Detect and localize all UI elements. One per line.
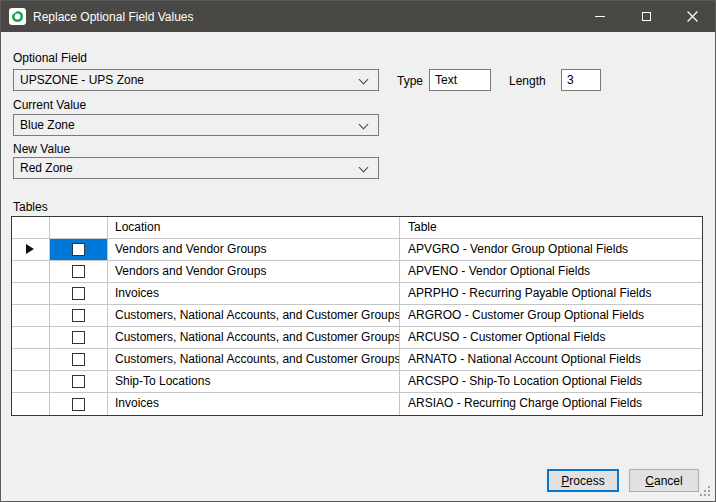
header-table-cell: Table <box>400 217 702 238</box>
row-checkbox-cell[interactable] <box>50 327 108 348</box>
row-selector-cell[interactable] <box>12 349 50 370</box>
minimize-button[interactable] <box>577 1 623 32</box>
type-field[interactable]: Text <box>429 69 491 91</box>
row-checkbox-cell[interactable] <box>50 393 108 415</box>
row-selector-cell[interactable] <box>12 261 50 282</box>
row-location-cell[interactable]: Customers, National Accounts, and Custom… <box>108 305 400 326</box>
table-row[interactable]: Ship-To Locations ARCSPO - Ship-To Locat… <box>12 371 702 393</box>
row-table-cell[interactable]: ARNATO - National Account Optional Field… <box>400 349 702 370</box>
table-row[interactable]: Customers, National Accounts, and Custom… <box>12 349 702 371</box>
type-label: Type <box>397 74 423 88</box>
table-body: Vendors and Vendor Groups APVGRO - Vendo… <box>12 239 702 415</box>
row-checkbox[interactable] <box>72 287 85 300</box>
table-row[interactable]: Customers, National Accounts, and Custom… <box>12 305 702 327</box>
row-checkbox-cell[interactable] <box>50 261 108 282</box>
length-field[interactable]: 3 <box>561 69 601 91</box>
process-button[interactable]: Process <box>547 469 619 492</box>
row-selector-cell[interactable] <box>12 283 50 304</box>
table-row[interactable]: Vendors and Vendor Groups APVGRO - Vendo… <box>12 239 702 261</box>
chevron-down-icon <box>359 75 369 85</box>
chevron-down-icon <box>359 163 369 173</box>
row-table-cell[interactable]: APVENO - Vendor Optional Fields <box>400 261 702 282</box>
optional-field-value: UPSZONE - UPS Zone <box>20 73 144 87</box>
row-selector-cell[interactable] <box>12 239 50 260</box>
row-location-cell[interactable]: Vendors and Vendor Groups <box>108 261 400 282</box>
current-value-value: Blue Zone <box>20 118 75 132</box>
table-row[interactable]: Customers, National Accounts, and Custom… <box>12 327 702 349</box>
minimize-icon <box>595 16 605 17</box>
table-row[interactable]: Invoices ARSIAO - Recurring Charge Optio… <box>12 393 702 415</box>
row-checkbox-cell[interactable] <box>50 283 108 304</box>
row-checkbox-cell[interactable] <box>50 305 108 326</box>
maximize-icon <box>642 12 651 21</box>
row-table-cell[interactable]: ARSIAO - Recurring Charge Optional Field… <box>400 393 702 415</box>
row-checkbox-cell[interactable] <box>50 349 108 370</box>
row-location-cell[interactable]: Invoices <box>108 393 400 415</box>
window-title: Replace Optional Field Values <box>33 10 194 24</box>
row-checkbox[interactable] <box>72 353 85 366</box>
header-selector-cell <box>12 217 50 238</box>
titlebar: Replace Optional Field Values <box>1 1 715 32</box>
type-value: Text <box>435 73 457 87</box>
row-checkbox[interactable] <box>72 375 85 388</box>
replace-optional-field-values-dialog: Replace Optional Field Values Optional F… <box>0 0 716 502</box>
row-selector-cell[interactable] <box>12 371 50 392</box>
maximize-button[interactable] <box>623 1 669 32</box>
cancel-button[interactable]: Cancel <box>629 469 699 492</box>
row-checkbox[interactable] <box>72 309 85 322</box>
row-location-cell[interactable]: Customers, National Accounts, and Custom… <box>108 349 400 370</box>
header-checkbox-cell <box>50 217 108 238</box>
table-row[interactable]: Vendors and Vendor Groups APVENO - Vendo… <box>12 261 702 283</box>
sage-app-icon-glyph <box>11 10 24 23</box>
length-value: 3 <box>567 73 574 87</box>
row-location-cell[interactable]: Customers, National Accounts, and Custom… <box>108 327 400 348</box>
row-location-cell[interactable]: Vendors and Vendor Groups <box>108 239 400 260</box>
row-table-cell[interactable]: APRPHO - Recurring Payable Optional Fiel… <box>400 283 702 304</box>
optional-field-label: Optional Field <box>13 51 87 65</box>
chevron-down-icon <box>359 120 369 130</box>
row-location-cell[interactable]: Ship-To Locations <box>108 371 400 392</box>
row-selector-cell[interactable] <box>12 393 50 415</box>
close-icon <box>687 11 698 22</box>
current-value-label: Current Value <box>13 98 86 112</box>
new-value-dropdown[interactable]: Red Zone <box>13 157 379 179</box>
close-button[interactable] <box>669 1 715 32</box>
row-checkbox[interactable] <box>72 243 85 256</box>
row-checkbox[interactable] <box>72 265 85 278</box>
optional-field-dropdown[interactable]: UPSZONE - UPS Zone <box>13 69 379 91</box>
row-checkbox-cell[interactable] <box>50 371 108 392</box>
new-value-label: New Value <box>13 142 70 156</box>
table-row[interactable]: Invoices APRPHO - Recurring Payable Opti… <box>12 283 702 305</box>
current-value-dropdown[interactable]: Blue Zone <box>13 114 379 136</box>
row-selector-cell[interactable] <box>12 327 50 348</box>
row-checkbox[interactable] <box>72 398 85 411</box>
row-table-cell[interactable]: ARGROO - Customer Group Optional Fields <box>400 305 702 326</box>
tables-label: Tables <box>13 200 48 214</box>
new-value-value: Red Zone <box>20 161 73 175</box>
row-location-cell[interactable]: Invoices <box>108 283 400 304</box>
row-table-cell[interactable]: ARCUSO - Customer Optional Fields <box>400 327 702 348</box>
length-label: Length <box>509 74 546 88</box>
header-location-cell: Location <box>108 217 400 238</box>
row-checkbox[interactable] <box>72 331 85 344</box>
sage-app-icon <box>9 8 26 25</box>
resize-grip-icon[interactable] <box>700 486 711 497</box>
row-selector-cell[interactable] <box>12 305 50 326</box>
window-controls <box>577 1 715 32</box>
row-table-cell[interactable]: APVGRO - Vendor Group Optional Fields <box>400 239 702 260</box>
row-checkbox-cell[interactable] <box>50 239 108 260</box>
row-table-cell[interactable]: ARCSPO - Ship-To Location Optional Field… <box>400 371 702 392</box>
table-header-row: Location Table <box>12 217 702 239</box>
tables-grid: Location Table Vendors and Vendor Groups… <box>11 216 703 416</box>
